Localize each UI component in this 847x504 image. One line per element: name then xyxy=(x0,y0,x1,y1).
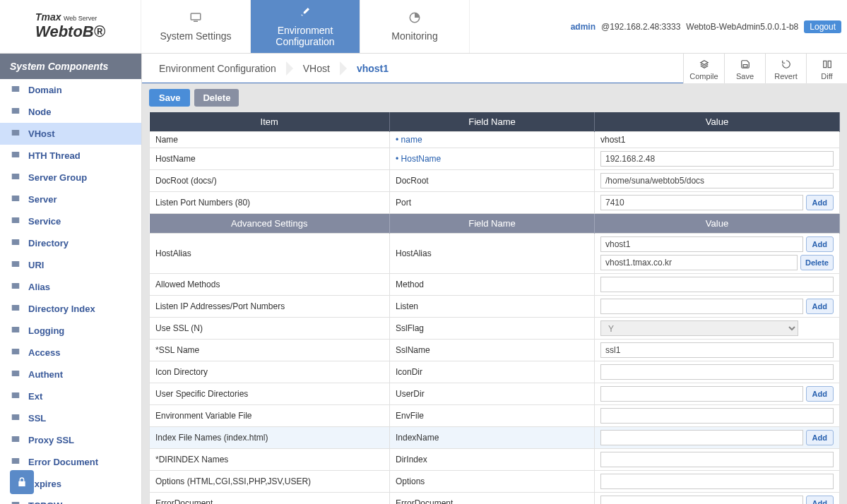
sidebar-item-alias[interactable]: Alias xyxy=(0,276,141,298)
sidebar-item-vhost[interactable]: VHost xyxy=(0,123,141,145)
sidebar-item-label: Service xyxy=(28,216,61,227)
sidebar-item-service[interactable]: Service xyxy=(0,210,141,232)
value-input[interactable] xyxy=(600,299,803,314)
value-input[interactable] xyxy=(600,364,834,380)
value-input[interactable] xyxy=(600,151,834,167)
folder-icon xyxy=(10,84,21,96)
global-save-button[interactable]: Save xyxy=(724,54,765,83)
folder-icon xyxy=(10,390,21,402)
logout-button[interactable]: Logout xyxy=(804,20,841,33)
layers-icon xyxy=(699,59,710,71)
sidebar-item-label: Node xyxy=(28,107,52,117)
svg-rect-23 xyxy=(743,65,747,68)
value-cell xyxy=(595,170,840,192)
sidebar-item-label: Directory xyxy=(28,238,69,248)
value-input[interactable] xyxy=(600,408,834,424)
svg-rect-5 xyxy=(12,152,20,157)
value-input[interactable] xyxy=(600,255,798,270)
add-button[interactable]: Add xyxy=(806,236,834,252)
value-select[interactable]: Y xyxy=(600,320,798,336)
value-input[interactable] xyxy=(600,386,803,402)
tab-label: Environment Configuration xyxy=(251,25,360,47)
breadcrumb-item[interactable]: Environment Configuration xyxy=(149,63,286,74)
field-cell: HostName xyxy=(390,148,595,170)
value-input[interactable] xyxy=(600,430,803,445)
add-button[interactable]: Add xyxy=(806,299,834,314)
sidebar-item-access[interactable]: Access xyxy=(0,342,141,364)
save-icon xyxy=(740,59,751,71)
item-cell: Name xyxy=(150,132,390,148)
item-cell: *DIRINDEX Names xyxy=(150,449,390,471)
sidebar-item-server[interactable]: Server xyxy=(0,188,141,210)
svg-rect-24 xyxy=(823,61,826,67)
folder-icon xyxy=(10,106,21,118)
sidebar-item-authent[interactable]: Authent xyxy=(0,364,141,385)
item-cell: Icon Directory xyxy=(150,361,390,383)
value-input[interactable] xyxy=(600,474,834,489)
item-cell: DocRoot (docs/) xyxy=(150,170,390,192)
chevron-right-icon xyxy=(340,61,347,76)
sidebar-item-server-group[interactable]: Server Group xyxy=(0,167,141,188)
sidebar-item-logging[interactable]: Logging xyxy=(0,320,141,342)
value-input[interactable] xyxy=(600,277,834,292)
sidebar-item-label: Logging xyxy=(28,325,64,336)
table-row: Index File Names (index.html)IndexNameAd… xyxy=(150,427,840,449)
config-table: Item Field Name Value Namenamevhost1Host… xyxy=(149,112,840,504)
sidebar-item-tcpgw[interactable]: TCPGW xyxy=(0,495,141,504)
logo: Tmax Web Server WebtoB® xyxy=(0,0,141,53)
sidebar-title: System Components xyxy=(0,54,141,79)
value-cell: Add xyxy=(595,427,840,449)
sidebar-item-directory[interactable]: Directory xyxy=(0,232,141,254)
folder-icon xyxy=(10,237,21,249)
svg-rect-18 xyxy=(12,436,20,442)
sidebar-item-node[interactable]: Node xyxy=(0,101,141,123)
tab-monitoring[interactable]: Monitoring xyxy=(360,0,470,53)
diff-button[interactable]: Diff xyxy=(806,54,847,83)
lock-icon[interactable] xyxy=(10,470,34,494)
tab-label: System Settings xyxy=(160,30,231,42)
value-input[interactable] xyxy=(600,342,834,358)
value-input[interactable] xyxy=(600,496,803,504)
sidebar-item-ssl[interactable]: SSL xyxy=(0,407,141,429)
delete-button[interactable]: Delete xyxy=(194,89,239,107)
table-row: Listen IP Addresses/Port NumbersListenAd… xyxy=(150,296,840,318)
config-table-wrap[interactable]: Item Field Name Value Namenamevhost1Host… xyxy=(142,112,847,504)
item-cell: User Specific Directories xyxy=(150,383,390,405)
admin-link[interactable]: admin xyxy=(571,22,596,32)
field-cell: Listen xyxy=(390,296,595,318)
save-button[interactable]: Save xyxy=(149,89,190,107)
tab-system-settings[interactable]: System Settings xyxy=(141,0,251,53)
field-cell: DirIndex xyxy=(390,449,595,471)
add-button[interactable]: Add xyxy=(806,496,834,504)
revert-button[interactable]: Revert xyxy=(765,54,806,83)
value-input[interactable] xyxy=(600,195,803,210)
svg-rect-25 xyxy=(828,61,831,67)
compile-button[interactable]: Compile xyxy=(683,54,724,83)
value-input[interactable] xyxy=(600,452,834,467)
tab-environment-configuration[interactable]: Environment Configuration xyxy=(251,0,360,53)
sidebar-item-ext[interactable]: Ext xyxy=(0,385,141,407)
sidebar-item-hth-thread[interactable]: HTH Thread xyxy=(0,145,141,167)
sidebar-item-domain[interactable]: Domain xyxy=(0,79,141,101)
sidebar-item-label: SSL xyxy=(28,413,46,424)
sidebar-item-proxy-ssl[interactable]: Proxy SSL xyxy=(0,429,141,451)
delete-row-button[interactable]: Delete xyxy=(800,255,834,270)
value-input[interactable] xyxy=(600,236,803,252)
item-cell: Use SSL (N) xyxy=(150,318,390,340)
revert-icon xyxy=(781,59,792,71)
sidebar-item-directory-index[interactable]: Directory Index xyxy=(0,298,141,320)
add-button[interactable]: Add xyxy=(806,195,834,210)
item-cell: Index File Names (index.html) xyxy=(150,427,390,449)
sidebar-item-uri[interactable]: URI xyxy=(0,254,141,276)
svg-rect-0 xyxy=(191,13,201,20)
sidebar-items: DomainNodeVHostHTH ThreadServer GroupSer… xyxy=(0,79,141,504)
add-button[interactable]: Add xyxy=(806,430,834,445)
table-row: Allowed MethodsMethod xyxy=(150,274,840,296)
value-input[interactable] xyxy=(600,173,834,188)
add-button[interactable]: Add xyxy=(806,386,834,402)
breadcrumb-item[interactable]: VHost xyxy=(293,63,340,74)
sidebar-item-label: Alias xyxy=(28,282,50,292)
header: Tmax Web Server WebtoB® System Settings … xyxy=(0,0,847,54)
svg-rect-16 xyxy=(12,392,20,398)
sidebar-item-label: TCPGW xyxy=(28,500,62,504)
